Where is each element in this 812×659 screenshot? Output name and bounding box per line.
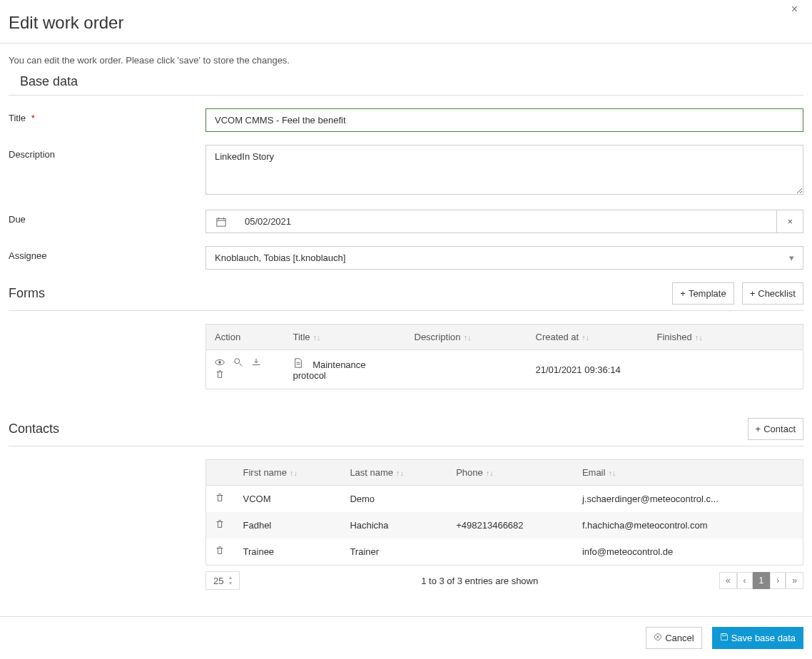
- dialog-body: You can edit the work order. Please clic…: [0, 44, 812, 616]
- col-phone[interactable]: Phone: [456, 467, 483, 478]
- col-email[interactable]: Email: [582, 467, 606, 478]
- pager-last[interactable]: »: [786, 572, 803, 589]
- col-first-name[interactable]: First name: [243, 467, 287, 478]
- col-description[interactable]: Description: [415, 332, 461, 342]
- cancel-button[interactable]: Cancel: [646, 627, 701, 649]
- description-input[interactable]: [205, 145, 803, 195]
- contact-last: Hachicha: [341, 512, 447, 538]
- trash-icon[interactable]: [215, 547, 225, 558]
- table-row: VCOMDemoj.schaerdinger@meteocontrol.c...: [206, 486, 803, 513]
- sort-icon: ↑↓: [396, 469, 404, 477]
- add-contact-button[interactable]: + Contact: [748, 418, 803, 440]
- contact-phone: [447, 486, 574, 513]
- section-base-data-heading: Base data: [20, 74, 78, 89]
- table-row: TraineeTrainerinfo@meteocontrol.de: [206, 538, 803, 566]
- table-row: Maintenance protocol 21/01/2021 09:36:14: [206, 350, 803, 389]
- calendar-icon[interactable]: [205, 210, 236, 233]
- form-title: Maintenance protocol: [293, 359, 366, 381]
- trash-icon[interactable]: [215, 494, 225, 505]
- pager-next[interactable]: ›: [770, 572, 786, 589]
- svg-rect-13: [722, 634, 726, 636]
- stepper-icon: ▴▾: [229, 575, 232, 586]
- close-icon[interactable]: ×: [791, 3, 798, 16]
- due-label: Due: [9, 214, 26, 225]
- sort-icon: ↑↓: [313, 333, 321, 342]
- form-description: [406, 350, 527, 389]
- contact-first: VCOM: [235, 486, 342, 513]
- add-template-button[interactable]: + Template: [672, 282, 734, 305]
- dialog-title: Edit work order: [9, 13, 123, 33]
- sort-icon: ↑↓: [290, 469, 298, 477]
- contact-last: Trainer: [341, 538, 447, 566]
- col-title[interactable]: Title: [293, 332, 310, 342]
- assignee-label: Assignee: [9, 250, 46, 261]
- contact-email: j.schaerdinger@meteocontrol.c...: [574, 486, 803, 513]
- sort-icon: ↑↓: [486, 469, 494, 477]
- contacts-table: First name↑↓ Last name↑↓ Phone↑↓ Email↑↓…: [205, 459, 803, 566]
- svg-point-6: [234, 359, 239, 364]
- col-action: Action: [215, 332, 240, 342]
- contact-email: f.hachicha@meteocontrol.com: [574, 512, 803, 538]
- description-label: Description: [9, 149, 55, 160]
- contact-last: Demo: [341, 486, 447, 513]
- plus-icon: +: [750, 288, 756, 299]
- contact-phone: +498213466682: [447, 512, 574, 538]
- trash-icon[interactable]: [215, 521, 225, 531]
- col-finished[interactable]: Finished: [657, 332, 692, 342]
- search-icon[interactable]: [233, 359, 243, 369]
- sort-icon: ↑↓: [695, 333, 703, 342]
- page-size-select[interactable]: 25 ▴▾: [205, 571, 240, 590]
- contact-first: Trainee: [235, 538, 342, 566]
- title-label: Title: [9, 113, 26, 123]
- pager-page-1[interactable]: 1: [753, 572, 771, 589]
- sort-icon: ↑↓: [464, 333, 472, 342]
- forms-table: Action Title↑↓ Description↑↓ Created at↑…: [205, 324, 803, 389]
- title-input[interactable]: [205, 108, 803, 132]
- trash-icon[interactable]: [215, 371, 225, 382]
- form-finished: [649, 350, 803, 389]
- svg-line-7: [239, 364, 242, 367]
- save-icon: [720, 633, 729, 643]
- pager-first[interactable]: «: [719, 572, 737, 589]
- help-text: You can edit the work order. Please clic…: [9, 55, 803, 66]
- sort-icon: ↑↓: [608, 469, 616, 477]
- col-created[interactable]: Created at: [536, 332, 579, 342]
- contact-first: Fadhel: [235, 512, 342, 538]
- table-row: FadhelHachicha+498213466682f.hachicha@me…: [206, 512, 803, 538]
- section-forms-heading: Forms: [9, 286, 45, 301]
- view-icon[interactable]: [215, 359, 225, 369]
- pager-prev[interactable]: ‹: [737, 572, 753, 589]
- document-icon: [293, 359, 303, 370]
- form-created: 21/01/2021 09:36:14: [527, 350, 649, 389]
- plus-icon: +: [680, 288, 686, 299]
- pager-summary: 1 to 3 of 3 entries are shown: [421, 576, 538, 586]
- sort-icon: ↑↓: [582, 333, 589, 342]
- col-last-name[interactable]: Last name: [350, 467, 393, 478]
- svg-point-5: [218, 361, 221, 364]
- assignee-select[interactable]: Knoblauch, Tobias [t.knoblauch] ▾: [205, 246, 803, 270]
- chevron-down-icon: ▾: [789, 252, 794, 263]
- contact-email: info@meteocontrol.de: [574, 538, 803, 566]
- save-button[interactable]: Save base data: [712, 627, 803, 649]
- plus-icon: +: [756, 424, 761, 434]
- download-icon[interactable]: [251, 359, 261, 369]
- required-marker: *: [31, 113, 35, 123]
- assignee-value: Knoblauch, Tobias [t.knoblauch]: [215, 252, 345, 263]
- add-checklist-button[interactable]: + Checklist: [742, 282, 803, 305]
- section-contacts-heading: Contacts: [9, 422, 59, 436]
- due-input[interactable]: [236, 210, 777, 233]
- contact-phone: [447, 538, 574, 566]
- svg-rect-0: [217, 218, 225, 226]
- cancel-icon: [654, 633, 662, 643]
- clear-due-icon[interactable]: ×: [777, 210, 803, 233]
